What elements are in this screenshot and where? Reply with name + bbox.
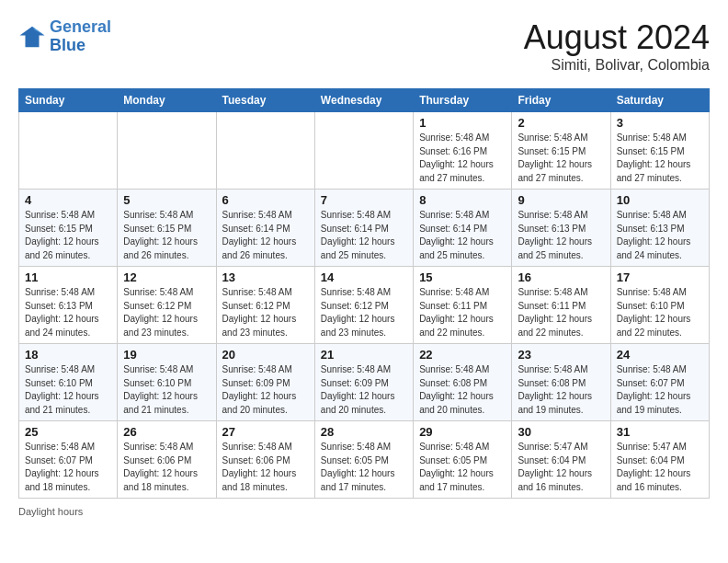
day-number: 13 [222, 270, 309, 284]
day-info: Sunrise: 5:48 AMSunset: 6:11 PMDaylight:… [518, 286, 604, 339]
weekday-header-sunday: Sunday [19, 89, 118, 112]
day-info: Sunrise: 5:48 AMSunset: 6:10 PMDaylight:… [617, 286, 703, 339]
day-number: 25 [25, 425, 111, 439]
calendar-cell: 21Sunrise: 5:48 AMSunset: 6:09 PMDayligh… [314, 344, 413, 421]
calendar-cell: 11Sunrise: 5:48 AMSunset: 6:13 PMDayligh… [19, 267, 118, 344]
calendar-cell: 9Sunrise: 5:48 AMSunset: 6:13 PMDaylight… [512, 190, 610, 267]
day-info: Sunrise: 5:48 AMSunset: 6:13 PMDaylight:… [518, 209, 604, 262]
day-number: 16 [518, 270, 604, 284]
calendar-cell: 22Sunrise: 5:48 AMSunset: 6:08 PMDayligh… [414, 344, 512, 421]
day-info: Sunrise: 5:48 AMSunset: 6:15 PMDaylight:… [617, 132, 703, 185]
calendar-cell: 4Sunrise: 5:48 AMSunset: 6:15 PMDaylight… [19, 190, 118, 267]
calendar-cell: 14Sunrise: 5:48 AMSunset: 6:12 PMDayligh… [314, 267, 413, 344]
day-info: Sunrise: 5:48 AMSunset: 6:06 PMDaylight:… [222, 441, 309, 494]
calendar-week-2: 4Sunrise: 5:48 AMSunset: 6:15 PMDaylight… [19, 190, 710, 267]
day-number: 2 [518, 116, 604, 130]
day-info: Sunrise: 5:48 AMSunset: 6:15 PMDaylight:… [518, 132, 604, 185]
calendar-body: 1Sunrise: 5:48 AMSunset: 6:16 PMDaylight… [19, 112, 710, 499]
calendar-week-1: 1Sunrise: 5:48 AMSunset: 6:16 PMDaylight… [19, 112, 710, 190]
day-number: 10 [617, 193, 703, 207]
calendar-header: SundayMondayTuesdayWednesdayThursdayFrid… [19, 89, 710, 112]
day-number: 15 [419, 270, 506, 284]
title-block: August 2024 Simiti, Bolivar, Colombia [524, 18, 710, 74]
day-number: 22 [419, 348, 506, 362]
calendar-cell: 16Sunrise: 5:48 AMSunset: 6:11 PMDayligh… [512, 267, 610, 344]
calendar-cell: 1Sunrise: 5:48 AMSunset: 6:16 PMDaylight… [414, 112, 512, 190]
calendar-cell [19, 112, 118, 190]
day-info: Sunrise: 5:48 AMSunset: 6:06 PMDaylight:… [123, 441, 210, 494]
calendar-cell: 26Sunrise: 5:48 AMSunset: 6:06 PMDayligh… [118, 421, 216, 499]
calendar-cell [216, 112, 314, 190]
day-number: 27 [222, 425, 309, 439]
calendar-cell: 5Sunrise: 5:48 AMSunset: 6:15 PMDaylight… [118, 190, 216, 267]
day-number: 18 [25, 348, 111, 362]
calendar-cell: 30Sunrise: 5:47 AMSunset: 6:04 PMDayligh… [512, 421, 610, 499]
day-info: Sunrise: 5:48 AMSunset: 6:14 PMDaylight:… [321, 209, 407, 262]
svg-marker-0 [20, 27, 45, 48]
calendar-cell: 25Sunrise: 5:48 AMSunset: 6:07 PMDayligh… [19, 421, 118, 499]
weekday-header-monday: Monday [118, 89, 216, 112]
day-info: Sunrise: 5:48 AMSunset: 6:13 PMDaylight:… [25, 286, 111, 339]
weekday-header-saturday: Saturday [610, 89, 709, 112]
day-number: 8 [419, 193, 506, 207]
day-number: 5 [123, 193, 210, 207]
calendar-cell: 6Sunrise: 5:48 AMSunset: 6:14 PMDaylight… [216, 190, 314, 267]
calendar-cell [314, 112, 413, 190]
day-info: Sunrise: 5:48 AMSunset: 6:15 PMDaylight:… [123, 209, 210, 262]
day-info: Sunrise: 5:48 AMSunset: 6:07 PMDaylight:… [25, 441, 111, 494]
calendar-cell: 3Sunrise: 5:48 AMSunset: 6:15 PMDaylight… [610, 112, 709, 190]
calendar-week-4: 18Sunrise: 5:48 AMSunset: 6:10 PMDayligh… [19, 344, 710, 421]
day-number: 1 [419, 116, 506, 130]
calendar-cell [118, 112, 216, 190]
calendar-table: SundayMondayTuesdayWednesdayThursdayFrid… [18, 88, 710, 499]
day-number: 26 [123, 425, 210, 439]
day-info: Sunrise: 5:48 AMSunset: 6:16 PMDaylight:… [419, 132, 506, 185]
day-info: Sunrise: 5:48 AMSunset: 6:08 PMDaylight:… [419, 363, 506, 417]
day-number: 4 [25, 193, 111, 207]
day-number: 7 [321, 193, 407, 207]
day-number: 29 [419, 425, 506, 439]
day-info: Sunrise: 5:48 AMSunset: 6:12 PMDaylight:… [123, 286, 210, 339]
day-number: 20 [222, 348, 309, 362]
location-subtitle: Simiti, Bolivar, Colombia [524, 57, 710, 74]
calendar-cell: 20Sunrise: 5:48 AMSunset: 6:09 PMDayligh… [216, 344, 314, 421]
month-year-title: August 2024 [524, 18, 710, 57]
day-info: Sunrise: 5:48 AMSunset: 6:10 PMDaylight:… [123, 363, 210, 417]
logo-text: General Blue [50, 18, 111, 55]
day-info: Sunrise: 5:48 AMSunset: 6:11 PMDaylight:… [419, 286, 506, 339]
day-number: 11 [25, 270, 111, 284]
day-number: 19 [123, 348, 210, 362]
logo-icon [18, 23, 46, 51]
weekday-header-tuesday: Tuesday [216, 89, 314, 112]
day-number: 21 [321, 348, 407, 362]
calendar-cell: 31Sunrise: 5:47 AMSunset: 6:04 PMDayligh… [610, 421, 709, 499]
day-info: Sunrise: 5:48 AMSunset: 6:08 PMDaylight:… [518, 363, 604, 417]
calendar-week-5: 25Sunrise: 5:48 AMSunset: 6:07 PMDayligh… [19, 421, 710, 499]
day-info: Sunrise: 5:47 AMSunset: 6:04 PMDaylight:… [518, 441, 604, 494]
day-number: 9 [518, 193, 604, 207]
weekday-header-friday: Friday [512, 89, 610, 112]
day-number: 24 [617, 348, 703, 362]
day-number: 14 [321, 270, 407, 284]
day-number: 17 [617, 270, 703, 284]
day-number: 23 [518, 348, 604, 362]
day-info: Sunrise: 5:48 AMSunset: 6:07 PMDaylight:… [617, 363, 703, 417]
day-number: 3 [617, 116, 703, 130]
weekday-row: SundayMondayTuesdayWednesdayThursdayFrid… [19, 89, 710, 112]
logo: General Blue [18, 18, 111, 55]
calendar-cell: 17Sunrise: 5:48 AMSunset: 6:10 PMDayligh… [610, 267, 709, 344]
weekday-header-wednesday: Wednesday [314, 89, 413, 112]
day-info: Sunrise: 5:48 AMSunset: 6:13 PMDaylight:… [617, 209, 703, 262]
calendar-cell: 12Sunrise: 5:48 AMSunset: 6:12 PMDayligh… [118, 267, 216, 344]
footer-note: Daylight hours [18, 506, 710, 517]
calendar-cell: 2Sunrise: 5:48 AMSunset: 6:15 PMDaylight… [512, 112, 610, 190]
day-info: Sunrise: 5:48 AMSunset: 6:14 PMDaylight:… [419, 209, 506, 262]
weekday-header-thursday: Thursday [414, 89, 512, 112]
day-info: Sunrise: 5:48 AMSunset: 6:05 PMDaylight:… [321, 441, 407, 494]
calendar-cell: 19Sunrise: 5:48 AMSunset: 6:10 PMDayligh… [118, 344, 216, 421]
calendar-cell: 24Sunrise: 5:48 AMSunset: 6:07 PMDayligh… [610, 344, 709, 421]
day-info: Sunrise: 5:48 AMSunset: 6:10 PMDaylight:… [25, 363, 111, 417]
page-header: General Blue August 2024 Simiti, Bolivar… [18, 18, 710, 74]
day-info: Sunrise: 5:48 AMSunset: 6:14 PMDaylight:… [222, 209, 309, 262]
calendar-cell: 27Sunrise: 5:48 AMSunset: 6:06 PMDayligh… [216, 421, 314, 499]
